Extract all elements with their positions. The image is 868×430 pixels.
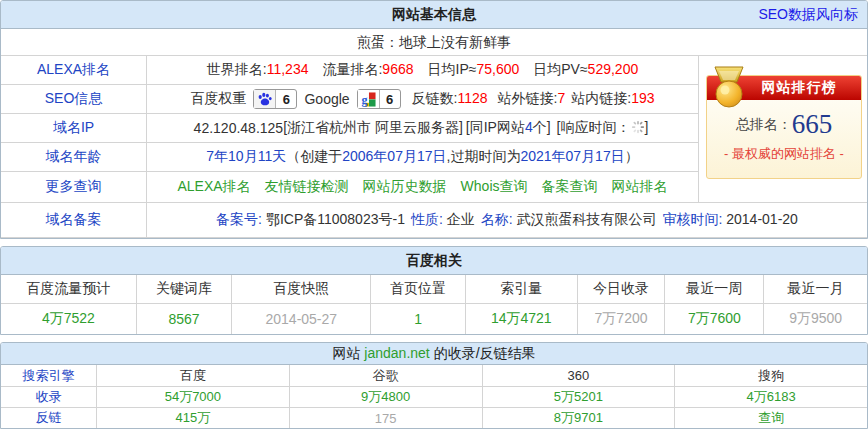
row-label-ip: 域名IP xyxy=(1,114,147,143)
seo-row-value: 百度权重 6 Google xyxy=(147,85,699,114)
baidu-col-header: 百度快照 xyxy=(231,275,370,304)
world-rank-value: 11,234 xyxy=(267,61,309,77)
row-label-more-query: 更多查询 xyxy=(1,172,147,203)
same-ip-count: 4 xyxy=(525,119,533,135)
traffic-rank-label: 流量排名: xyxy=(322,61,382,77)
row-label-seo: SEO信息 xyxy=(1,85,147,114)
baidu-value-today: 7万7200 xyxy=(577,304,665,334)
engine-360: 360 xyxy=(482,365,675,386)
link-friend-link-check[interactable]: 友情链接检测 xyxy=(265,178,349,196)
site-basic-info-section: 网站基本信息 SEO数据风向标 煎蛋：地球上没有新鲜事 ALEXA排名 世界排名… xyxy=(0,0,868,239)
google-pr-value: 6 xyxy=(380,90,400,108)
baidu-col-header: 今日收录 xyxy=(577,275,665,304)
ip-address: 42.120.48.125 xyxy=(194,120,284,136)
backlink-sogou-query-link[interactable]: 查询 xyxy=(674,407,867,428)
seo-trend-link[interactable]: SEO数据风向标 xyxy=(758,6,858,24)
baidu-weight-label: 百度权重 xyxy=(190,90,246,108)
beian-nature-value: 企业 xyxy=(447,211,475,227)
same-ip-sites-link[interactable]: [同IP网站4个] xyxy=(466,119,551,137)
baidu-table: 百度流量预计 关键词库 百度快照 首页位置 索引量 今日收录 最近一周 最近一月… xyxy=(1,275,867,334)
include-row-label: 收录 xyxy=(1,386,96,407)
result-title-prefix: 网站 xyxy=(332,345,364,361)
link-site-rank[interactable]: 网站排名 xyxy=(612,178,668,196)
row-label-domain-age: 域名年龄 xyxy=(1,143,147,172)
engine-baidu: 百度 xyxy=(96,365,289,386)
baidu-value-month: 9万9500 xyxy=(763,304,867,334)
rank-slogan: - 最权威的网站排名 - xyxy=(707,145,861,163)
traffic-rank-value: 9668 xyxy=(382,61,413,77)
page-title: 网站基本信息 xyxy=(392,6,476,24)
baidu-col-header: 最近一月 xyxy=(763,275,867,304)
created-date: 2006年07月17日 xyxy=(342,148,446,166)
baidu-value-traffic: 4万7522 xyxy=(1,304,136,334)
link-whois-query[interactable]: Whois查询 xyxy=(461,178,528,196)
baidu-col-header: 索引量 xyxy=(465,275,577,304)
result-title-suffix: 的收录/反链结果 xyxy=(430,345,536,361)
baidu-col-header: 首页位置 xyxy=(370,275,465,304)
site-rank-panel[interactable]: 网站排行榜 xyxy=(706,75,862,179)
world-rank-label: 世界排名: xyxy=(207,61,267,77)
baidu-col-header: 关键词库 xyxy=(136,275,232,304)
backlink-360: 8万9701 xyxy=(482,407,675,428)
beian-number-label: 备案号: xyxy=(216,211,262,227)
rank-total-label: 总排名： xyxy=(736,116,792,132)
baidu-col-header: 最近一周 xyxy=(664,275,763,304)
baidu-value-homepage-pos: 1 xyxy=(370,304,465,334)
internal-links-value: 193 xyxy=(631,90,654,106)
daily-ip-value: 75,600 xyxy=(476,61,519,77)
beian-audit-label: 审核时间: xyxy=(662,211,722,227)
engine-header-label: 搜索引擎 xyxy=(1,365,96,386)
section-gap xyxy=(0,335,868,342)
google-label: Google xyxy=(304,91,349,107)
engine-google: 谷歌 xyxy=(289,365,482,386)
result-table: 搜索引擎 百度 谷歌 360 搜狗 收录 54万7000 9万4800 5万52… xyxy=(1,365,867,428)
svg-text:g: g xyxy=(361,92,367,106)
rank-panel-cell: 网站排行榜 xyxy=(699,56,867,203)
daily-ip-label: 日均IP≈ xyxy=(428,61,477,77)
internal-links-label: 站内链接: xyxy=(571,90,631,106)
site-subtitle: 煎蛋：地球上没有新鲜事 xyxy=(1,29,867,56)
beian-audit-value: 2014-01-20 xyxy=(726,211,798,227)
include-sogou: 4万6183 xyxy=(674,386,867,407)
backlink-baidu: 415万 xyxy=(96,407,289,428)
daily-pv-value: 529,200 xyxy=(588,61,639,77)
baidu-value-keywords: 8567 xyxy=(136,304,232,334)
baidu-related-section: 百度相关 百度流量预计 关键词库 百度快照 首页位置 索引量 今日收录 最近一周… xyxy=(0,246,868,335)
google-icon: g xyxy=(358,90,380,108)
link-alexa-rank[interactable]: ALEXA排名 xyxy=(177,178,250,196)
response-time-label: [响应时间： xyxy=(557,119,631,135)
beian-name-value: 武汉煎蛋科技有限公司 xyxy=(516,211,656,227)
row-label-beian: 域名备案 xyxy=(1,203,147,238)
external-links-value: 7 xyxy=(558,90,566,106)
link-site-history-data[interactable]: 网站历史数据 xyxy=(363,178,447,196)
rank-panel-title: 网站排行榜 xyxy=(762,79,837,97)
baidu-section-title: 百度相关 xyxy=(406,252,462,270)
beian-number-value: 鄂ICP备11008023号-1 xyxy=(266,211,405,227)
baidu-value-snapshot: 2014-05-27 xyxy=(231,304,370,334)
section-header-basic-info: 网站基本信息 SEO数据风向标 xyxy=(1,1,867,29)
baidu-col-header: 百度流量预计 xyxy=(1,275,136,304)
baidu-value-index: 14万4721 xyxy=(465,304,577,334)
engine-sogou: 搜狗 xyxy=(674,365,867,386)
include-baidu: 54万7000 xyxy=(96,386,289,407)
include-backlink-section: 网站 jandan.net 的收录/反链结果 搜索引擎 百度 谷歌 360 搜狗… xyxy=(0,342,868,429)
beian-nature-label: 性质: xyxy=(411,211,443,227)
link-beian-query[interactable]: 备案查询 xyxy=(542,178,598,196)
domain-age-row-value: 7年10月11天 （创建于2006年07月17日,过期时间为2021年07月17… xyxy=(147,143,699,172)
external-links-label: 站外链接: xyxy=(498,90,558,106)
section-header-baidu: 百度相关 xyxy=(1,247,867,275)
include-google: 9万4800 xyxy=(289,386,482,407)
section-header-results: 网站 jandan.net 的收录/反链结果 xyxy=(1,343,867,365)
beian-name-label: 名称: xyxy=(481,211,513,227)
loading-spinner-icon xyxy=(631,120,645,134)
alexa-row-value: 世界排名:11,234 流量排名:9668 日均IP≈75,600 日均PV≈5… xyxy=(147,56,699,85)
medal-icon xyxy=(710,66,748,110)
backlink-google: 175 xyxy=(289,407,482,428)
baidu-weight-badge[interactable]: 6 xyxy=(253,89,297,109)
result-domain: jandan.net xyxy=(364,345,429,361)
baidu-paw-icon xyxy=(254,90,276,108)
google-pr-badge[interactable]: g 6 xyxy=(357,89,401,109)
backlink-count-label: 反链数: xyxy=(412,90,458,106)
rank-total-value: 665 xyxy=(792,109,833,139)
backlink-row-label: 反链 xyxy=(1,407,96,428)
